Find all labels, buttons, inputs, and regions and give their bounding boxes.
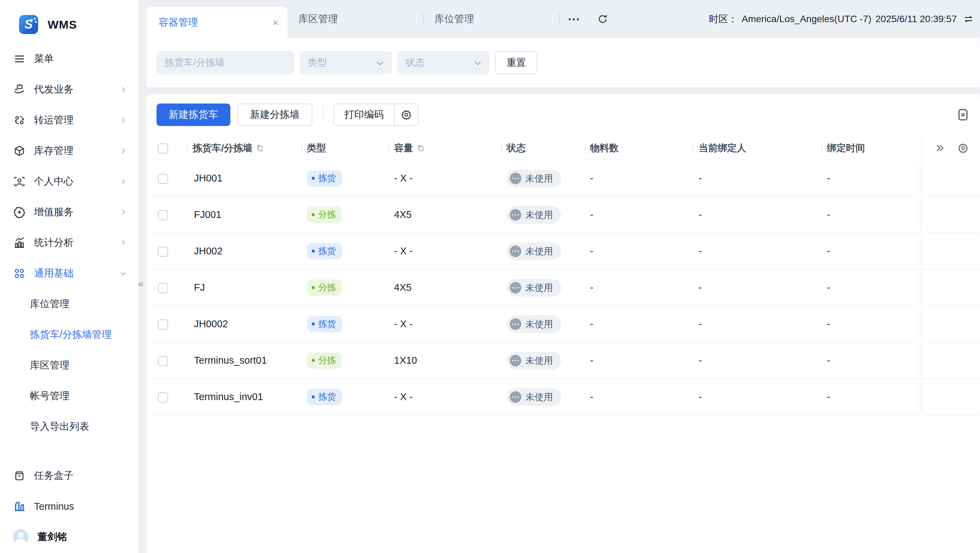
chevron-right-icon <box>119 209 127 216</box>
materials-value: - <box>590 355 593 366</box>
row-checkbox[interactable] <box>158 210 168 220</box>
menu-toggle[interactable]: 菜单 <box>0 44 138 74</box>
table-row: Terminus_inv01 拣货 - X - 未使用 - - - <box>146 379 980 415</box>
dot-icon <box>312 359 315 362</box>
sidebar-item-label: 个人中心 <box>34 175 119 188</box>
type-badge: 拣货 <box>307 170 342 186</box>
binder-value: - <box>698 391 702 402</box>
sidebar-subitem-import-export-list[interactable]: 导入导出列表 <box>0 411 138 442</box>
table-row: Terminus_sort01 分拣 1X10 未使用 - - - <box>146 342 980 379</box>
sidebar-item-dropship[interactable]: 代发业务 <box>0 74 138 105</box>
binder-value: - <box>698 245 702 257</box>
row-name: JH001 <box>194 173 223 183</box>
binder-value: - <box>698 173 702 183</box>
refresh-button[interactable] <box>588 0 617 38</box>
building-icon <box>13 500 26 513</box>
table-header-row: 拣货车/分拣墙 类型 容量 状态 物料数 当前绑定人 绑定时间 <box>146 136 980 160</box>
table-row: JH002 拣货 - X - 未使用 - - - <box>146 233 980 269</box>
row-checkbox[interactable] <box>158 392 168 403</box>
avatar <box>13 529 29 545</box>
status-ellipsis-icon <box>510 209 521 221</box>
close-icon[interactable]: × <box>272 17 279 28</box>
status-select[interactable]: 状态 <box>398 51 490 74</box>
type-badge: 拣货 <box>307 389 342 405</box>
row-checkbox[interactable] <box>158 283 168 293</box>
sidebar-user[interactable]: 董剑铭 <box>0 522 138 552</box>
materials-value: - <box>590 319 593 329</box>
capacity-value: 4X5 <box>394 282 412 293</box>
sidebar-subitem-location-mgmt[interactable]: 库位管理 <box>0 289 138 319</box>
status-ellipsis-icon <box>510 391 521 403</box>
sidebar-item-label: 增值服务 <box>34 206 119 219</box>
search-input[interactable] <box>156 51 294 74</box>
sidebar-subitem-zone-mgmt[interactable]: 库区管理 <box>0 350 138 381</box>
table-settings-gear-icon[interactable] <box>958 143 969 154</box>
materials-value: - <box>590 282 593 293</box>
capacity-value: 1X10 <box>394 355 417 366</box>
menu-label: 菜单 <box>34 52 127 66</box>
capacity-value: - X - <box>394 391 413 402</box>
sidebar-item-statistics[interactable]: 统计分析 <box>0 228 138 258</box>
tabs-more-button[interactable]: ⋯ <box>560 0 588 38</box>
sidebar-subitem-account-mgmt[interactable]: 帐号管理 <box>0 381 138 411</box>
status-ellipsis-icon <box>510 319 521 330</box>
tab-container-mgmt[interactable]: 容器管理 × <box>146 7 288 38</box>
new-pick-cart-button[interactable]: 新建拣货车 <box>156 104 231 126</box>
type-select[interactable]: 类型 <box>300 51 392 74</box>
table-row: JH001 拣货 - X - 未使用 - - - <box>146 160 980 196</box>
row-checkbox[interactable] <box>158 174 168 184</box>
chevron-right-icon <box>119 147 127 155</box>
bind-time-value: - <box>827 355 830 366</box>
row-checkbox[interactable] <box>158 319 168 330</box>
sidebar-item-personal[interactable]: 个人中心 <box>0 166 138 197</box>
col-capacity: 容量 <box>394 142 413 155</box>
print-code-button[interactable]: 打印编码 <box>334 104 394 125</box>
new-sort-wall-button[interactable]: 新建分拣墙 <box>237 104 312 126</box>
status-pill: 未使用 <box>507 170 561 187</box>
select-all-checkbox[interactable] <box>158 143 168 154</box>
materials-value: - <box>590 173 593 183</box>
status-pill: 未使用 <box>507 242 561 260</box>
col-type: 类型 <box>307 143 326 153</box>
capacity-value: - X - <box>394 319 413 329</box>
tab-label: 库区管理 <box>298 12 338 26</box>
filter-panel: 类型 状态 重置 <box>146 38 980 87</box>
sidebar-item-general-basics[interactable]: 通用基础 <box>0 258 138 289</box>
timezone-block: 时区： America/Los_Angeles(UTC -7) 2025/6/1… <box>709 0 980 38</box>
binder-value: - <box>698 355 702 366</box>
copy-icon[interactable] <box>417 144 425 152</box>
view-log-button[interactable] <box>956 108 970 121</box>
person-frame-icon <box>13 175 26 188</box>
sidebar-item-terminus[interactable]: Terminus <box>0 491 138 522</box>
sidebar-item-inventory[interactable]: 库存管理 <box>0 135 138 166</box>
capacity-value: - X - <box>394 173 413 183</box>
sidebar-collapse-handle[interactable]: « <box>137 278 143 290</box>
toolbar-divider <box>323 107 323 122</box>
sidebar-subitem-pickcart-sortwall-mgmt[interactable]: 拣货车/分拣墙管理 <box>0 319 138 350</box>
gear-icon <box>401 109 412 120</box>
transfer-icon <box>13 114 26 127</box>
sidebar-item-transfer[interactable]: 转运管理 <box>0 105 138 135</box>
capacity-value: 4X5 <box>394 209 412 220</box>
expand-columns-icon[interactable] <box>934 143 945 153</box>
print-button-group: 打印编码 <box>334 104 418 126</box>
sidebar-item-value-added[interactable]: 增值服务 <box>0 197 138 228</box>
tab-zone-mgmt[interactable]: 库区管理 <box>288 0 424 38</box>
copy-icon[interactable] <box>256 144 264 152</box>
sidebar-item-task-box[interactable]: 任务盒子 <box>0 461 138 491</box>
tab-location-mgmt[interactable]: 库位管理 <box>424 0 560 38</box>
tab-label: 库位管理 <box>434 12 474 26</box>
dot-icon <box>312 286 315 289</box>
status-ellipsis-icon <box>510 355 521 367</box>
table-row: FJ 分拣 4X5 未使用 - - - <box>146 269 980 306</box>
app-logo-icon: S <box>19 15 38 34</box>
print-settings-button[interactable] <box>394 104 418 125</box>
row-checkbox[interactable] <box>158 356 168 366</box>
col-status: 状态 <box>507 143 526 153</box>
bind-time-value: - <box>827 391 830 402</box>
timezone-swap-icon[interactable] <box>963 14 974 24</box>
reset-button[interactable]: 重置 <box>495 51 537 74</box>
sidebar-item-label: 转运管理 <box>34 113 119 127</box>
materials-value: - <box>590 391 593 402</box>
row-checkbox[interactable] <box>158 247 168 257</box>
